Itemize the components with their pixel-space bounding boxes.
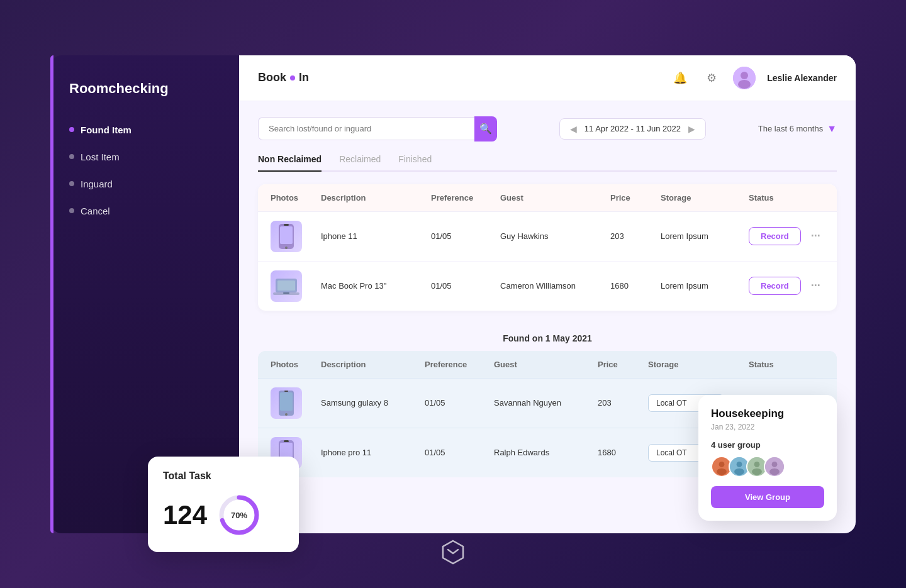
cell-price-2: 1680 <box>610 281 661 291</box>
col-storage: Storage <box>661 193 749 202</box>
cell-storage-2: Lorem Ipsum <box>661 281 749 291</box>
date-next-icon[interactable]: ▶ <box>688 124 695 134</box>
cell-desc-2: Mac Book Pro 13" <box>321 281 431 291</box>
item-photo-macbook <box>271 270 302 302</box>
item-photo-samsung <box>271 387 302 419</box>
cell-pref-1: 01/05 <box>431 231 500 241</box>
cell-pref-2: 01/05 <box>431 281 500 291</box>
record-button-1[interactable]: Record <box>749 227 801 245</box>
cell-guest-2: Cameron Williamson <box>500 281 610 291</box>
found-date-label: Found on 1 May 2021 <box>258 323 837 351</box>
col2-price: Price <box>598 360 648 369</box>
cell-photo-3 <box>271 387 321 419</box>
tab-reclaimed[interactable]: Reclaimed <box>339 154 381 172</box>
svg-rect-19 <box>284 440 289 442</box>
header-right: 🔔 ⚙ Leslie Alexander <box>670 67 837 89</box>
search-button[interactable]: 🔍 <box>474 116 497 141</box>
logo-in-text: In <box>299 71 309 84</box>
user-name: Leslie Alexander <box>767 73 837 83</box>
svg-point-8 <box>285 247 288 249</box>
sidebar-label-found-item: Found Item <box>81 125 131 135</box>
table-header-1: Photos Description Preference Guest Pric… <box>258 184 837 212</box>
hk-avatar-4 <box>764 456 785 477</box>
col2-photos: Photos <box>271 360 321 369</box>
col2-guest: Guest <box>494 360 598 369</box>
table-section-1: Photos Description Preference Guest Pric… <box>258 184 837 311</box>
table-row: Mac Book Pro 13" 01/05 Cameron Williamso… <box>258 262 837 311</box>
search-input[interactable] <box>258 117 474 140</box>
search-bar: 🔍 <box>258 116 497 141</box>
svg-rect-14 <box>280 392 293 411</box>
sidebar-label-inguard: Inguard <box>81 179 113 189</box>
bell-icon[interactable]: 🔔 <box>670 68 690 88</box>
svg-point-28 <box>754 462 760 467</box>
housekeeping-user-count: 4 user group <box>711 440 824 450</box>
sidebar-dot-found-item <box>69 127 74 132</box>
cell-price-4: 1680 <box>598 448 648 457</box>
logo-book-text: Book <box>258 71 286 84</box>
tab-finished[interactable]: Finished <box>398 154 432 172</box>
bottom-logo <box>442 540 464 569</box>
table-row: Iphone 11 01/05 Guy Hawkins 203 Lorem Ip… <box>258 212 837 262</box>
toolbar-right: The last 6 months ▼ <box>758 123 837 135</box>
col-preference: Preference <box>431 193 500 202</box>
sidebar-item-inguard[interactable]: Inguard <box>69 176 220 192</box>
date-prev-icon[interactable]: ◀ <box>570 124 577 134</box>
cell-guest-3: Savannah Nguyen <box>494 398 598 408</box>
cell-desc-4: Iphone pro 11 <box>321 448 425 457</box>
sidebar-item-found-item[interactable]: Found Item <box>69 122 220 138</box>
cell-guest-1: Guy Hawkins <box>500 231 610 241</box>
col-price: Price <box>610 193 661 202</box>
cell-guest-4: Ralph Edwards <box>494 448 598 457</box>
svg-point-4 <box>738 80 751 89</box>
more-options-button-2[interactable]: ··· <box>811 279 820 292</box>
svg-point-23 <box>717 468 727 475</box>
accent-bar <box>50 55 53 533</box>
svg-rect-10 <box>277 280 295 291</box>
svg-rect-6 <box>280 226 293 244</box>
cell-price-1: 203 <box>610 231 661 241</box>
housekeeping-card: Housekeeping Jan 23, 2022 4 user group V… <box>698 395 837 521</box>
view-group-button[interactable]: View Group <box>711 486 824 508</box>
cell-status-1: Record ··· <box>749 227 824 245</box>
gear-icon[interactable]: ⚙ <box>702 68 722 88</box>
sidebar-item-lost-item[interactable]: Lost Item <box>69 149 220 165</box>
cell-pref-3: 01/05 <box>425 398 494 408</box>
cell-photo-2 <box>271 270 321 302</box>
svg-rect-15 <box>284 391 288 392</box>
more-options-button-1[interactable]: ··· <box>811 230 820 243</box>
cell-storage-1: Lorem Ipsum <box>661 231 749 241</box>
col-status: Status <box>749 193 824 202</box>
toolbar: 🔍 ◀ 11 Apr 2022 - 11 Jun 2022 ▶ The last… <box>258 116 837 141</box>
col-description: Description <box>321 193 431 202</box>
housekeeping-avatars <box>711 456 824 477</box>
period-filter-chevron-icon: ▼ <box>827 123 837 135</box>
item-photo-iphone11 <box>271 221 302 252</box>
period-filter[interactable]: The last 6 months ▼ <box>758 123 837 135</box>
donut-chart: 70% <box>217 493 261 537</box>
svg-rect-12 <box>283 292 289 294</box>
logo-dot <box>290 75 295 80</box>
sidebar-navigation: Found Item Lost Item Inguard Cancel <box>69 122 220 219</box>
svg-point-29 <box>752 468 762 475</box>
total-task-number: 124 <box>163 500 207 530</box>
avatar <box>733 67 756 89</box>
total-task-title: Total Task <box>163 470 284 482</box>
sidebar-item-cancel[interactable]: Cancel <box>69 203 220 219</box>
cell-price-3: 203 <box>598 398 648 408</box>
period-filter-text: The last 6 months <box>758 124 823 133</box>
tabs: Non Reclaimed Reclaimed Finished <box>258 154 837 172</box>
record-button-2[interactable]: Record <box>749 277 801 295</box>
col-photos: Photos <box>271 193 321 202</box>
tab-non-reclaimed[interactable]: Non Reclaimed <box>258 154 322 172</box>
svg-point-3 <box>741 72 748 79</box>
svg-point-31 <box>772 462 778 467</box>
donut-label: 70% <box>231 510 247 519</box>
date-range-text: 11 Apr 2022 - 11 Jun 2022 <box>584 124 681 133</box>
search-icon: 🔍 <box>479 123 492 135</box>
col2-description: Description <box>321 360 425 369</box>
svg-rect-7 <box>284 224 289 226</box>
date-picker[interactable]: ◀ 11 Apr 2022 - 11 Jun 2022 ▶ <box>559 118 706 140</box>
col2-preference: Preference <box>425 360 494 369</box>
housekeeping-title: Housekeeping <box>711 408 824 420</box>
